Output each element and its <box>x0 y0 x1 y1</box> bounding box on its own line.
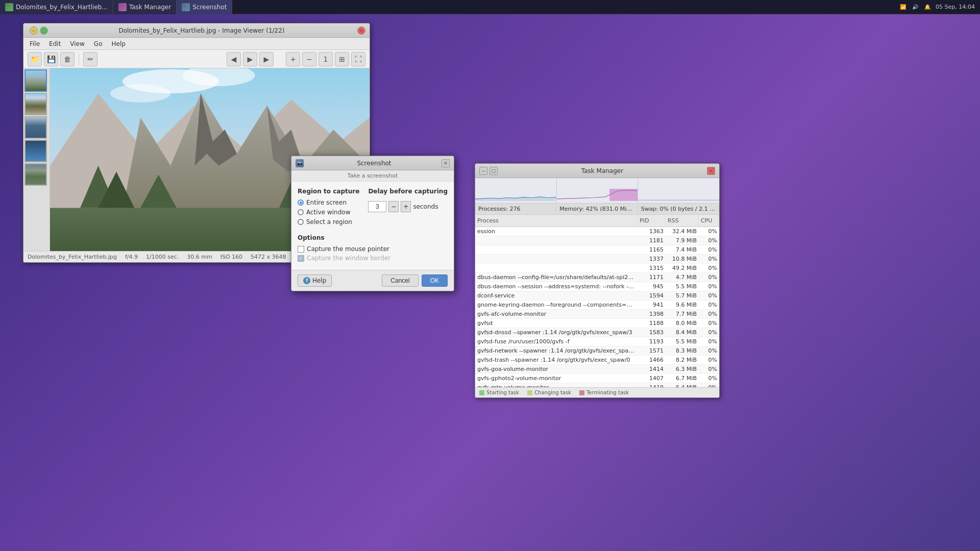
process-row[interactable]: dbus-daemon --config-file=/usr/share/def… <box>475 273 719 282</box>
fullscreen-button[interactable]: ⛶ <box>351 52 365 66</box>
process-name: gvfsd-fuse /run/user/1000/gvfs -f <box>475 338 638 345</box>
process-row[interactable]: gvfsd-fuse /run/user/1000/gvfs -f 1193 5… <box>475 337 719 346</box>
thumbnail-2[interactable] <box>24 93 47 115</box>
process-name: gnome-keyring-daemon --foreground --comp… <box>475 302 638 308</box>
status-dimensions: 5472 x 3648 <box>251 254 286 260</box>
thumbnail-1[interactable] <box>24 69 47 92</box>
col-cpu[interactable]: CPU <box>699 215 719 227</box>
radio-active-window-btn[interactable] <box>298 209 304 215</box>
thumbnail-4[interactable] <box>24 140 47 162</box>
process-cpu: 0% <box>699 283 719 290</box>
cancel-button[interactable]: Cancel <box>382 274 418 287</box>
process-pid: 1583 <box>638 329 666 336</box>
taskbar-app-screenshot[interactable]: Screenshot <box>177 0 232 14</box>
task-manager-title: Task Manager <box>498 167 707 174</box>
menu-edit[interactable]: Edit <box>45 39 65 48</box>
notification-icon[interactable]: 🔔 <box>923 3 932 11</box>
process-cpu: 0% <box>699 256 719 262</box>
tm-maximize-button[interactable]: □ <box>489 167 498 175</box>
process-cpu: 0% <box>699 357 719 363</box>
menu-view[interactable]: View <box>66 39 88 48</box>
memory-graph <box>557 178 639 203</box>
process-row[interactable]: gvfs-gphoto2-volume-monitor 1407 6.7 MiB… <box>475 374 719 383</box>
delay-increment-button[interactable]: + <box>401 201 411 212</box>
process-row[interactable]: gvfs-goa-volume-monitor 1414 6.3 MiB 0% <box>475 365 719 374</box>
task-legend: Starting task Changing task Terminating … <box>475 387 719 397</box>
option-window-border[interactable]: Capture the window border <box>298 255 448 262</box>
thumbnail-5[interactable] <box>24 163 47 186</box>
save-button[interactable]: 💾 <box>44 52 58 66</box>
radio-entire-screen-btn[interactable] <box>298 199 304 206</box>
delete-button[interactable]: 🗑 <box>60 52 75 66</box>
open-button[interactable]: 📁 <box>28 52 42 66</box>
process-row[interactable]: gvfsd-trash --spawner :1.14 /org/gtk/gvf… <box>475 356 719 365</box>
taskbar-app-image-viewer[interactable]: Dolomites_by_Felix_Hartlieb... <box>0 0 113 14</box>
minimize-button[interactable]: − <box>30 27 38 35</box>
process-row[interactable]: 1337 10.8 MiB 0% <box>475 255 719 264</box>
dialog-close-button[interactable]: × <box>442 159 450 167</box>
option-mouse-pointer-label: Capture the mouse pointer <box>307 245 389 253</box>
process-row[interactable]: 1181 7.9 MiB 0% <box>475 236 719 245</box>
checkbox-window-border[interactable] <box>298 255 304 262</box>
process-cpu: 0% <box>699 338 719 345</box>
zoom-fit-button[interactable]: 1 <box>318 52 333 66</box>
process-row[interactable]: gvfsd-network --spawner :1.14 /org/gtk/g… <box>475 346 719 356</box>
screenshot-dialog: 📷 Screenshot × Take a screenshot Region … <box>291 156 454 291</box>
edit-button[interactable]: ✏ <box>83 52 97 66</box>
process-rss: 5.7 MiB <box>666 292 699 299</box>
thumbnail-panel[interactable] <box>23 68 50 251</box>
radio-entire-screen[interactable]: Entire screen <box>298 199 360 206</box>
tm-close-button[interactable]: × <box>707 167 715 175</box>
process-row[interactable]: ession 1363 32.4 MiB 0% <box>475 227 719 236</box>
col-pid[interactable]: PID <box>638 215 666 227</box>
taskbar-app-task-manager[interactable]: Task Manager <box>113 0 177 14</box>
process-list[interactable]: ession 1363 32.4 MiB 0% 1181 7.9 MiB 0% … <box>475 227 719 387</box>
delay-input[interactable] <box>368 201 386 212</box>
option-mouse-pointer[interactable]: Capture the mouse pointer <box>298 245 448 253</box>
sound-icon[interactable]: 🔊 <box>911 3 919 11</box>
process-row[interactable]: 1315 49.2 MiB 0% <box>475 264 719 273</box>
process-row[interactable]: dbus-daemon --session --address=systemd:… <box>475 282 719 291</box>
col-process[interactable]: Process <box>475 215 638 227</box>
menu-file[interactable]: File <box>26 39 44 48</box>
col-rss[interactable]: RSS <box>666 215 699 227</box>
process-row[interactable]: gvfsd 1188 8.0 MiB 0% <box>475 319 719 328</box>
play-button[interactable]: ▶ <box>243 52 257 66</box>
help-button[interactable]: ? Help <box>298 274 332 287</box>
process-row[interactable]: gvfsd-dnssd --spawner :1.14 /org/gtk/gvf… <box>475 328 719 337</box>
radio-select-region-btn[interactable] <box>298 219 304 225</box>
radio-active-window[interactable]: Active window <box>298 209 360 216</box>
process-cpu: 0% <box>699 237 719 244</box>
ok-button[interactable]: OK <box>422 274 448 287</box>
process-pid: 1315 <box>638 265 666 271</box>
delay-decrement-button[interactable]: − <box>388 201 399 212</box>
process-row[interactable]: 1165 7.4 MiB 0% <box>475 245 719 255</box>
process-row[interactable]: dconf-service 1594 5.7 MiB 0% <box>475 291 719 300</box>
close-button[interactable]: × <box>357 27 365 35</box>
zoom-fill-button[interactable]: ⊞ <box>335 52 349 66</box>
zoom-in-button[interactable]: + <box>286 52 300 66</box>
checkbox-mouse-pointer[interactable] <box>298 246 304 253</box>
process-rss: 7.4 MiB <box>666 246 699 253</box>
thumbnail-3[interactable] <box>24 116 47 139</box>
delay-title: Delay before capturing <box>368 188 448 195</box>
next-button[interactable]: ▶ <box>259 52 274 66</box>
menu-help[interactable]: Help <box>107 39 129 48</box>
status-focal: 30.6 mm <box>187 254 212 260</box>
process-row[interactable]: gvfs-mtp-volume-monitor 1419 6.4 MiB 0% <box>475 383 719 387</box>
network-icon[interactable]: 📶 <box>899 3 907 11</box>
process-rss: 7.9 MiB <box>666 237 699 244</box>
status-swap: Swap: 0% (0 bytes / 2.1 GiB) <box>638 206 719 212</box>
process-row[interactable]: gvfs-afc-volume-monitor 1398 7.7 MiB 0% <box>475 310 719 319</box>
process-row[interactable]: gnome-keyring-daemon --foreground --comp… <box>475 300 719 310</box>
tm-minimize-button[interactable]: − <box>479 167 487 175</box>
option-window-border-label: Capture the window border <box>307 255 390 262</box>
zoom-out-button[interactable]: − <box>302 52 316 66</box>
menu-go[interactable]: Go <box>90 39 107 48</box>
prev-button[interactable]: ◀ <box>227 52 241 66</box>
taskbar: Dolomites_by_Felix_Hartlieb... Task Mana… <box>0 0 980 14</box>
process-rss: 6.3 MiB <box>666 366 699 372</box>
maximize-button[interactable]: □ <box>40 27 48 35</box>
status-iso: ISO 160 <box>220 254 242 260</box>
radio-select-region[interactable]: Select a region <box>298 218 360 226</box>
